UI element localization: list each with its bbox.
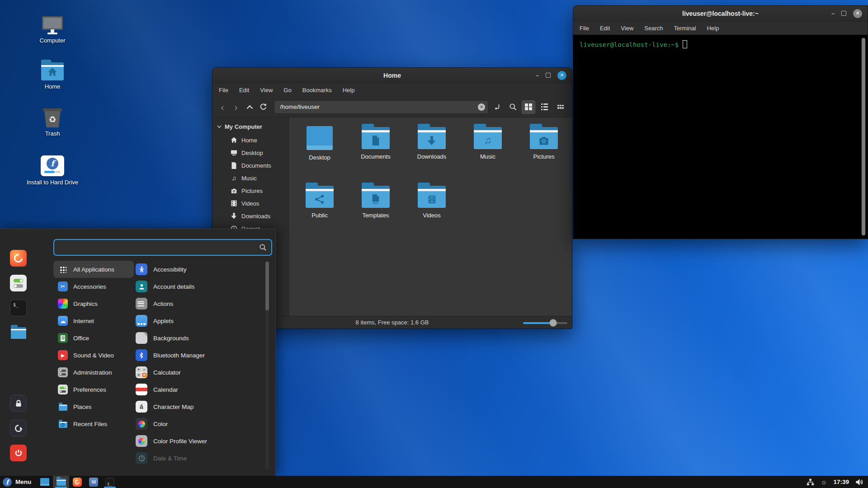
category-all-applications[interactable]: All Applications: [53, 261, 134, 278]
compact-view-button[interactable]: [554, 100, 567, 114]
forward-icon[interactable]: ›: [231, 101, 241, 113]
computer-icon: [42, 16, 63, 34]
favorite-terminal-button[interactable]: $_: [10, 300, 27, 316]
category-office[interactable]: Office: [53, 329, 134, 347]
sidebar-item-desktop[interactable]: Desktop: [212, 146, 288, 159]
list-view-button[interactable]: [538, 100, 552, 114]
close-button[interactable]: [557, 71, 566, 80]
taskbar-show-desktop[interactable]: [37, 476, 53, 488]
zoom-slider-knob[interactable]: [549, 319, 557, 327]
back-icon[interactable]: ‹: [217, 101, 228, 113]
menu-search-input[interactable]: [59, 244, 259, 252]
lock-screen-button[interactable]: [10, 395, 27, 412]
category-places[interactable]: Places: [53, 398, 134, 415]
clear-path-icon[interactable]: ✕: [478, 103, 485, 111]
path-bar[interactable]: ✕: [274, 100, 488, 114]
desktop-icon-home[interactable]: Home: [25, 62, 80, 90]
category-preferences[interactable]: Preferences: [53, 381, 134, 398]
minimize-button[interactable]: [831, 11, 835, 16]
category-internet[interactable]: ☁ Internet: [53, 312, 134, 329]
sidebar-item-videos[interactable]: Videos: [212, 197, 288, 210]
app-applets[interactable]: Applets: [133, 312, 264, 329]
favorite-files-button[interactable]: [10, 324, 27, 341]
menu-file[interactable]: File: [219, 87, 228, 94]
refresh-icon[interactable]: [258, 101, 269, 113]
app-account-details[interactable]: Account details: [133, 278, 264, 295]
menu-bookmarks[interactable]: Bookmarks: [302, 87, 332, 94]
up-icon[interactable]: [244, 101, 255, 113]
app-color[interactable]: Color: [133, 415, 264, 432]
menu-help[interactable]: Help: [707, 25, 719, 32]
volume-icon[interactable]: [855, 479, 863, 486]
desktop-icon-trash[interactable]: ♻ Trash: [25, 108, 80, 137]
folder-item-public[interactable]: Public: [292, 182, 348, 227]
sidebar-item-documents[interactable]: Documents: [212, 159, 288, 172]
folder-item-videos[interactable]: Videos: [404, 182, 460, 227]
taskbar-mail[interactable]: ✉: [85, 476, 102, 488]
menu-view[interactable]: View: [621, 25, 633, 32]
home-icon: [231, 137, 237, 143]
desktop-icon-install[interactable]: f Install to Hard Drive: [25, 155, 80, 186]
menu-scrollbar[interactable]: [265, 261, 269, 469]
folder-item-downloads[interactable]: Downloads: [404, 123, 460, 168]
menu-terminal[interactable]: Terminal: [674, 25, 696, 32]
category-graphics[interactable]: Graphics: [53, 295, 134, 312]
app-character-map[interactable]: á Character Map: [133, 398, 264, 415]
menu-help[interactable]: Help: [343, 87, 355, 94]
zoom-slider[interactable]: [523, 319, 567, 327]
folder-item-documents[interactable]: Documents: [348, 123, 404, 168]
taskbar-terminal[interactable]: $_: [102, 476, 118, 488]
sidebar-item-music[interactable]: ♫ Music: [212, 172, 288, 184]
menu-search-box[interactable]: [53, 239, 272, 256]
menu-edit[interactable]: Edit: [239, 87, 249, 94]
app-date-time[interactable]: Date & Time: [133, 450, 264, 467]
sidebar-item-pictures[interactable]: Pictures: [212, 184, 288, 197]
app-backgrounds[interactable]: Backgrounds: [133, 329, 264, 347]
folder-item-templates[interactable]: Templates: [348, 182, 404, 227]
app-actions[interactable]: Actions: [133, 295, 264, 312]
app-bluetooth-manager[interactable]: Bluetooth Manager: [133, 347, 264, 364]
sidebar-section-my-computer[interactable]: My Computer: [212, 122, 288, 134]
category-administration[interactable]: Administration: [53, 364, 134, 381]
folder-item-pictures[interactable]: Pictures: [516, 123, 572, 168]
taskbar-file-manager[interactable]: [53, 476, 69, 488]
favorite-firefox-button[interactable]: [10, 250, 27, 267]
taskbar-firefox[interactable]: [69, 476, 85, 488]
file-manager-titlebar[interactable]: Home: [212, 68, 572, 83]
logout-button[interactable]: [10, 420, 27, 436]
menu-file[interactable]: File: [580, 25, 589, 32]
taskbar-menu-button[interactable]: f Menu: [0, 476, 37, 488]
menu-view[interactable]: View: [260, 87, 273, 94]
terminal-scrollbar[interactable]: [861, 37, 866, 236]
maximize-button[interactable]: [546, 73, 551, 78]
app-calendar[interactable]: Calendar: [133, 381, 264, 398]
app-color-profile-viewer[interactable]: Color Profile Viewer: [133, 432, 264, 450]
shutdown-button[interactable]: [10, 445, 27, 461]
menu-edit[interactable]: Edit: [600, 25, 610, 32]
network-icon[interactable]: [807, 479, 814, 486]
search-icon[interactable]: [506, 101, 519, 113]
folder-item-music[interactable]: ♫ Music: [460, 123, 516, 168]
maximize-button[interactable]: [841, 11, 846, 16]
sidebar-item-downloads[interactable]: Downloads: [212, 210, 288, 222]
desktop-icon-computer[interactable]: Computer: [25, 16, 80, 44]
color-temperature-icon[interactable]: ☼: [821, 479, 827, 486]
minimize-button[interactable]: [536, 73, 539, 78]
terminal-content[interactable]: liveuser@localhost-live:~$: [573, 35, 868, 239]
terminal-titlebar[interactable]: liveuser@localhost-live:~: [573, 6, 868, 21]
jump-to-icon[interactable]: [491, 101, 504, 113]
path-input[interactable]: [279, 103, 478, 111]
folder-item-desktop[interactable]: Desktop: [292, 123, 348, 168]
menu-go[interactable]: Go: [283, 87, 291, 94]
app-accessibility[interactable]: Accessibility: [133, 261, 264, 278]
app-calculator[interactable]: +−×= Calculator: [133, 364, 264, 381]
category-sound-video[interactable]: ▶ Sound & Video: [53, 347, 134, 364]
clock[interactable]: 17:39: [833, 479, 849, 485]
category-accessories[interactable]: ✂ Accessories: [53, 278, 134, 295]
sidebar-item-home[interactable]: Home: [212, 134, 288, 146]
category-recent-files[interactable]: Recent Files: [53, 415, 134, 432]
close-button[interactable]: [853, 9, 862, 18]
favorite-settings-button[interactable]: [10, 275, 27, 291]
menu-search[interactable]: Search: [644, 25, 663, 32]
icon-view-button[interactable]: [522, 100, 535, 114]
